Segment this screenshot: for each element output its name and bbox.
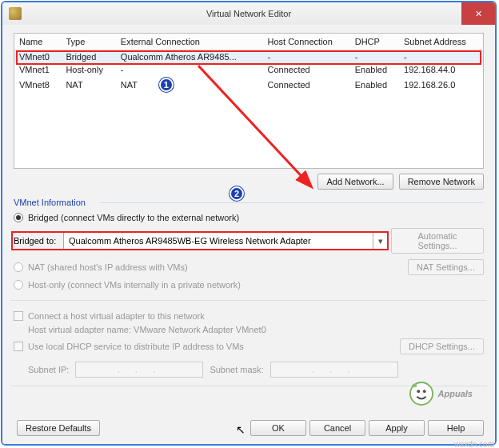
cell: 192.168.44.0 [399, 63, 483, 76]
col-type[interactable]: Type [61, 34, 115, 50]
radio-icon [14, 213, 23, 222]
col-subnet[interactable]: Subnet Address [399, 34, 483, 50]
remove-network-button[interactable]: Remove Network [399, 174, 484, 190]
cell: NAT [61, 76, 115, 94]
add-network-button[interactable]: Add Network... [317, 174, 393, 190]
window-title: Virtual Network Editor [2, 9, 495, 18]
subnet-ip-field: . . . [75, 362, 203, 378]
cell: - [399, 50, 483, 64]
checkbox-icon [14, 342, 23, 351]
cell: Connected [263, 76, 350, 94]
radio-nat[interactable]: NAT (shared host's IP address with VMs) … [14, 257, 484, 278]
cell: Enabled [350, 76, 399, 94]
vmnet-info-group: VMnet Information 2 [14, 198, 484, 207]
group-title: VMnet Information [14, 198, 86, 207]
annotation-badge-2: 2 [230, 186, 244, 201]
separator [10, 386, 487, 386]
table-row[interactable]: VMnet0 Bridged Qualcomm Atheros AR9485..… [14, 50, 483, 64]
close-icon: ✕ [475, 9, 482, 19]
chevron-down-icon: ▾ [373, 233, 387, 249]
titlebar: Virtual Network Editor ✕ [2, 2, 495, 25]
ok-button[interactable]: OK [250, 420, 306, 436]
subnet-mask-field: . . . [270, 362, 398, 378]
cell: VMnet8 [14, 76, 61, 94]
cell: Bridged [61, 50, 115, 64]
adapter-combobox[interactable]: Qualcomm Atheros AR9485WB-EG Wireless Ne… [63, 232, 388, 250]
radio-hostonly[interactable]: Host-only (connect VMs internally in a p… [14, 278, 484, 292]
cell: Enabled [350, 63, 399, 76]
radio-icon [14, 280, 23, 290]
checkbox-icon [14, 311, 23, 321]
host-adapter-name: Host virtual adapter name: VMware Networ… [28, 323, 484, 336]
automatic-settings-button: Automatic Settings... [391, 228, 484, 254]
radio-label: Bridged (connect VMs directly to the ext… [28, 213, 239, 222]
network-table[interactable]: Name Type External Connection Host Conne… [14, 33, 484, 169]
check-host-adapter: Connect a host virtual adapter to this n… [14, 309, 484, 323]
radio-icon [14, 262, 23, 272]
col-ext[interactable]: External Connection [116, 34, 263, 50]
svg-point-3 [422, 390, 425, 393]
watermark-text: Appuals [438, 389, 473, 398]
cell: - [116, 63, 263, 76]
subnet-ip-label: Subnet IP: [28, 365, 69, 374]
separator [10, 300, 487, 301]
cell: VMnet0 [14, 50, 61, 64]
table-row[interactable]: VMnet1 Host-only - Connected Enabled 192… [14, 63, 483, 76]
radio-label: Host-only (connect VMs internally in a p… [28, 280, 241, 290]
cell: - [350, 50, 399, 64]
cancel-button[interactable]: Cancel [309, 420, 365, 436]
cell: 192.168.26.0 [399, 76, 483, 94]
col-dhcp[interactable]: DHCP [350, 34, 399, 50]
check-dhcp: Use local DHCP service to distribute IP … [14, 336, 484, 357]
source-attribution: wsxdn.com [454, 440, 494, 448]
bridged-to-label: Bridged to: [14, 236, 63, 246]
annotation-badge-1: 1 [159, 78, 174, 92]
help-button[interactable]: Help [428, 420, 484, 436]
restore-defaults-button[interactable]: Restore Defaults [17, 420, 100, 436]
radio-label: NAT (shared host's IP address with VMs) [28, 262, 388, 272]
col-host[interactable]: Host Connection [263, 34, 350, 50]
subnet-mask-label: Subnet mask: [210, 365, 263, 374]
cell: NAT [121, 80, 138, 90]
nat-settings-button: NAT Settings... [408, 259, 484, 275]
cell: VMnet1 [14, 63, 61, 76]
cell: Connected [263, 63, 350, 76]
check-label: Use local DHCP service to distribute IP … [28, 342, 388, 351]
close-button[interactable]: ✕ [461, 2, 495, 25]
dhcp-settings-button: DHCP Settings... [400, 338, 484, 354]
adapter-value: Qualcomm Atheros AR9485WB-EG Wireless Ne… [69, 236, 311, 246]
check-label: Connect a host virtual adapter to this n… [28, 311, 205, 321]
cell: - [263, 50, 350, 64]
table-row[interactable]: VMnet8 NAT NAT 1 Connected Enabled 192.1… [14, 76, 483, 94]
col-name[interactable]: Name [14, 34, 61, 50]
cell: Host-only [61, 63, 115, 76]
radio-bridged[interactable]: Bridged (connect VMs directly to the ext… [14, 210, 484, 225]
svg-point-2 [417, 390, 420, 393]
apply-button[interactable]: Apply [369, 420, 425, 436]
cell: Qualcomm Atheros AR9485... [116, 50, 263, 64]
